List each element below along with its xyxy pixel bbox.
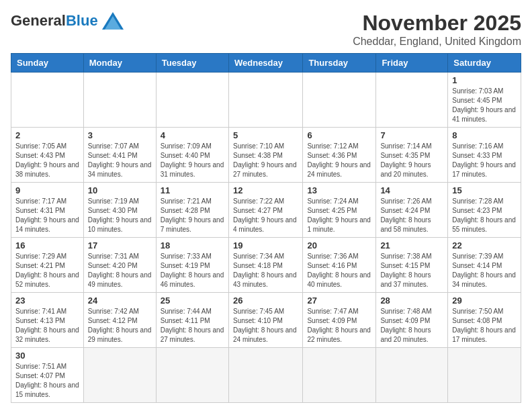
weekday-header-sunday: Sunday [11, 54, 84, 73]
logo: GeneralBlue [11, 11, 125, 31]
calendar-cell: 8Sunrise: 7:16 AM Sunset: 4:33 PM Daylig… [448, 128, 521, 183]
day-info: Sunrise: 7:42 AM Sunset: 4:12 PM Dayligh… [88, 307, 152, 345]
calendar-cell [11, 73, 84, 128]
location-title: Cheddar, England, United Kingdom [353, 36, 521, 48]
calendar-cell: 5Sunrise: 7:10 AM Sunset: 4:38 PM Daylig… [228, 128, 302, 183]
calendar-table: SundayMondayTuesdayWednesdayThursdayFrid… [11, 53, 521, 403]
day-number: 10 [88, 185, 152, 195]
calendar-cell [228, 348, 302, 403]
day-number: 5 [233, 130, 298, 140]
day-number: 28 [380, 295, 443, 306]
weekday-header-tuesday: Tuesday [156, 54, 228, 73]
day-number: 21 [380, 240, 443, 250]
calendar-cell: 20Sunrise: 7:36 AM Sunset: 4:16 PM Dayli… [303, 238, 376, 293]
day-info: Sunrise: 7:17 AM Sunset: 4:31 PM Dayligh… [15, 197, 79, 234]
calendar-cell: 19Sunrise: 7:34 AM Sunset: 4:18 PM Dayli… [228, 238, 302, 293]
day-number: 16 [15, 240, 79, 250]
day-info: Sunrise: 7:50 AM Sunset: 4:08 PM Dayligh… [452, 307, 517, 345]
calendar-cell: 11Sunrise: 7:21 AM Sunset: 4:28 PM Dayli… [156, 183, 228, 238]
calendar-cell: 13Sunrise: 7:24 AM Sunset: 4:25 PM Dayli… [303, 183, 376, 238]
calendar-cell: 22Sunrise: 7:39 AM Sunset: 4:14 PM Dayli… [448, 238, 521, 293]
day-number: 13 [307, 185, 371, 195]
day-number: 14 [380, 185, 443, 195]
calendar-week-row: 2Sunrise: 7:05 AM Sunset: 4:43 PM Daylig… [11, 128, 521, 183]
calendar-cell: 10Sunrise: 7:19 AM Sunset: 4:30 PM Dayli… [83, 183, 156, 238]
day-info: Sunrise: 7:14 AM Sunset: 4:35 PM Dayligh… [380, 142, 443, 179]
day-info: Sunrise: 7:41 AM Sunset: 4:13 PM Dayligh… [15, 307, 79, 345]
day-info: Sunrise: 7:38 AM Sunset: 4:15 PM Dayligh… [380, 252, 443, 289]
day-number: 7 [380, 130, 443, 140]
calendar-cell [228, 73, 302, 128]
day-info: Sunrise: 7:51 AM Sunset: 4:07 PM Dayligh… [15, 362, 79, 400]
day-number: 3 [88, 130, 152, 140]
day-info: Sunrise: 7:10 AM Sunset: 4:38 PM Dayligh… [233, 142, 298, 179]
day-number: 8 [452, 130, 517, 140]
day-number: 15 [452, 185, 517, 195]
weekday-header-wednesday: Wednesday [228, 54, 302, 73]
day-info: Sunrise: 7:09 AM Sunset: 4:40 PM Dayligh… [161, 142, 224, 179]
day-number: 2 [15, 130, 79, 140]
day-number: 27 [307, 295, 371, 306]
day-number: 6 [307, 130, 371, 140]
calendar-cell: 9Sunrise: 7:17 AM Sunset: 4:31 PM Daylig… [11, 183, 84, 238]
calendar-cell: 27Sunrise: 7:47 AM Sunset: 4:09 PM Dayli… [303, 293, 376, 348]
calendar-cell [83, 348, 156, 403]
day-info: Sunrise: 7:16 AM Sunset: 4:33 PM Dayligh… [452, 142, 517, 179]
day-number: 29 [452, 295, 517, 306]
day-info: Sunrise: 7:39 AM Sunset: 4:14 PM Dayligh… [452, 252, 517, 289]
calendar-cell: 26Sunrise: 7:45 AM Sunset: 4:10 PM Dayli… [228, 293, 302, 348]
day-number: 26 [233, 295, 298, 306]
calendar-cell [83, 73, 156, 128]
weekday-header-saturday: Saturday [448, 54, 521, 73]
day-info: Sunrise: 7:33 AM Sunset: 4:19 PM Dayligh… [161, 252, 224, 289]
logo-area: GeneralBlue [11, 11, 125, 31]
calendar-week-row: 1Sunrise: 7:03 AM Sunset: 4:45 PM Daylig… [11, 73, 521, 128]
calendar-cell: 23Sunrise: 7:41 AM Sunset: 4:13 PM Dayli… [11, 293, 84, 348]
logo-general: General [11, 12, 66, 30]
day-info: Sunrise: 7:31 AM Sunset: 4:20 PM Dayligh… [88, 252, 152, 289]
day-number: 20 [307, 240, 371, 250]
day-number: 22 [452, 240, 517, 250]
day-info: Sunrise: 7:45 AM Sunset: 4:10 PM Dayligh… [233, 307, 298, 345]
calendar-cell [376, 348, 448, 403]
calendar-cell [303, 73, 376, 128]
header: GeneralBlue November 2025 Cheddar, Engla… [11, 11, 521, 48]
calendar-cell: 2Sunrise: 7:05 AM Sunset: 4:43 PM Daylig… [11, 128, 84, 183]
calendar-cell: 3Sunrise: 7:07 AM Sunset: 4:41 PM Daylig… [83, 128, 156, 183]
day-info: Sunrise: 7:22 AM Sunset: 4:27 PM Dayligh… [233, 197, 298, 234]
title-area: November 2025 Cheddar, England, United K… [353, 11, 521, 48]
day-number: 17 [88, 240, 152, 250]
day-info: Sunrise: 7:07 AM Sunset: 4:41 PM Dayligh… [88, 142, 152, 179]
day-number: 25 [161, 295, 224, 306]
day-info: Sunrise: 7:34 AM Sunset: 4:18 PM Dayligh… [233, 252, 298, 289]
logo-icon [101, 11, 125, 31]
calendar-cell: 15Sunrise: 7:28 AM Sunset: 4:23 PM Dayli… [448, 183, 521, 238]
day-number: 1 [452, 75, 517, 85]
weekday-header-friday: Friday [376, 54, 448, 73]
calendar-cell: 25Sunrise: 7:44 AM Sunset: 4:11 PM Dayli… [156, 293, 228, 348]
calendar-cell [303, 348, 376, 403]
calendar-cell [376, 73, 448, 128]
calendar-cell: 21Sunrise: 7:38 AM Sunset: 4:15 PM Dayli… [376, 238, 448, 293]
calendar-cell: 29Sunrise: 7:50 AM Sunset: 4:08 PM Dayli… [448, 293, 521, 348]
calendar-cell: 17Sunrise: 7:31 AM Sunset: 4:20 PM Dayli… [83, 238, 156, 293]
calendar-cell: 18Sunrise: 7:33 AM Sunset: 4:19 PM Dayli… [156, 238, 228, 293]
day-number: 19 [233, 240, 298, 250]
weekday-header-thursday: Thursday [303, 54, 376, 73]
calendar-cell: 6Sunrise: 7:12 AM Sunset: 4:36 PM Daylig… [303, 128, 376, 183]
calendar-week-row: 30Sunrise: 7:51 AM Sunset: 4:07 PM Dayli… [11, 348, 521, 403]
calendar-week-row: 23Sunrise: 7:41 AM Sunset: 4:13 PM Dayli… [11, 293, 521, 348]
calendar-cell: 7Sunrise: 7:14 AM Sunset: 4:35 PM Daylig… [376, 128, 448, 183]
calendar-cell [448, 348, 521, 403]
day-info: Sunrise: 7:05 AM Sunset: 4:43 PM Dayligh… [15, 142, 79, 179]
day-info: Sunrise: 7:21 AM Sunset: 4:28 PM Dayligh… [161, 197, 224, 234]
day-number: 30 [15, 351, 79, 361]
calendar-cell: 4Sunrise: 7:09 AM Sunset: 4:40 PM Daylig… [156, 128, 228, 183]
weekday-header-monday: Monday [83, 54, 156, 73]
weekday-header-row: SundayMondayTuesdayWednesdayThursdayFrid… [11, 54, 521, 73]
calendar-cell: 28Sunrise: 7:48 AM Sunset: 4:09 PM Dayli… [376, 293, 448, 348]
day-info: Sunrise: 7:28 AM Sunset: 4:23 PM Dayligh… [452, 197, 517, 234]
day-info: Sunrise: 7:36 AM Sunset: 4:16 PM Dayligh… [307, 252, 371, 289]
calendar-cell: 1Sunrise: 7:03 AM Sunset: 4:45 PM Daylig… [448, 73, 521, 128]
day-number: 12 [233, 185, 298, 195]
